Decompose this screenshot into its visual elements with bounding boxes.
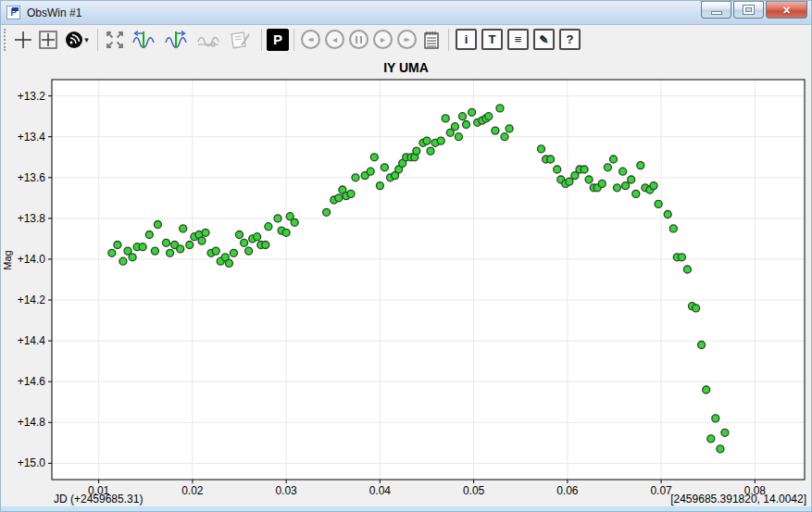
data-point [707,435,715,443]
data-point [376,182,383,190]
play-button[interactable]: ▸ [373,30,393,49]
close-button[interactable]: × [766,1,807,19]
wave-right-icon [163,29,189,51]
toolbar-separator [97,29,98,51]
data-point [468,108,476,116]
data-point [437,137,444,144]
app-window: P ObsWin #1 × ▾ [0,0,812,512]
dropdown-caret-icon: ▾ [84,35,89,44]
data-point [650,182,657,190]
data-point [335,194,343,202]
toolbar-grip[interactable] [4,29,7,51]
period-analysis-button[interactable]: P [267,29,289,51]
info-icon: i [465,32,468,46]
light-curve-plot[interactable]: 0.010.020.030.040.050.060.070.08+13.2+13… [1,54,811,508]
y-tick-label: +13.8 [18,212,46,225]
prev-cycle-button[interactable] [128,28,159,52]
window-title: ObsWin #1 [27,6,701,19]
list-button[interactable]: ≡ [507,29,529,50]
window-bottom-border [1,506,811,511]
data-point [712,415,719,422]
chart-title: IY UMA [1,60,811,75]
data-point [381,164,388,171]
step-back-icon: ◂ [332,35,337,44]
data-point [598,180,606,187]
data-point [254,233,261,241]
data-point [274,215,281,222]
maximize-button[interactable] [733,1,764,19]
close-icon: × [782,4,790,17]
data-point [693,305,700,312]
data-point [139,244,146,251]
data-point [619,168,627,175]
data-point [698,342,706,349]
x-axis-label: JD (+2459685.31) [54,493,143,506]
toolbar-separator [448,29,449,51]
notes-icon [229,29,253,51]
maximize-icon [743,6,754,14]
log-button[interactable] [419,28,443,52]
step-back-button[interactable]: ◂ [325,30,344,49]
zoom-extents-button[interactable] [103,28,127,52]
data-point [459,113,467,120]
fit-curve-button[interactable] [193,28,224,52]
data-point [721,429,729,436]
text-label-button[interactable]: T [481,29,503,50]
info-button[interactable]: i [456,29,477,50]
minimize-button[interactable] [701,1,731,19]
data-point [655,200,662,207]
expand-arrows-icon [105,30,125,50]
add-crosshair-button[interactable] [36,28,60,52]
data-point [129,254,136,261]
x-tick-label: 0.06 [556,484,579,497]
broadcast-button[interactable]: ▾ [61,28,93,52]
data-point [236,231,244,239]
help-icon: ? [567,32,574,46]
wave-flat-icon [195,29,221,51]
data-point [347,190,355,197]
data-point [427,147,434,155]
app-icon: P [6,6,20,19]
data-point [291,219,298,226]
data-point [370,154,378,161]
notepad-icon [422,30,441,50]
data-point [496,105,504,112]
next-cycle-button[interactable] [160,28,192,52]
chart-area: 0.010.020.030.040.050.060.070.08+13.2+13… [1,54,811,508]
data-point [492,127,499,134]
data-point [163,239,170,246]
app-icon-bar [12,7,19,11]
data-point [683,266,691,273]
x-tick-label: 0.07 [650,484,672,497]
data-point [554,166,561,173]
data-point [282,229,290,236]
data-point [622,182,630,190]
fast-forward-icon: ▸▸ [404,36,407,44]
y-tick-label: +14.8 [18,416,46,429]
data-point [463,121,470,129]
annotate-button[interactable] [225,28,256,52]
pause-icon [356,36,362,44]
title-bar[interactable]: P ObsWin #1 × [1,1,811,25]
y-axis-label: Mag [2,246,15,274]
help-button[interactable]: ? [559,29,581,50]
data-point [604,164,611,171]
broadcast-icon [65,31,83,49]
rewind-button[interactable]: ◂◂ [301,30,320,49]
window-controls: × [701,1,807,19]
data-point [245,247,253,255]
pause-button[interactable] [349,30,369,49]
data-point [581,166,588,173]
fast-forward-button[interactable]: ▸▸ [397,30,417,49]
data-point [585,176,593,183]
crosshair-button[interactable] [11,28,35,52]
data-point [413,147,420,155]
y-tick-label: +14.0 [18,253,46,266]
data-point [703,386,710,393]
data-point [212,247,219,255]
data-point [323,208,331,216]
y-tick-label: +14.4 [18,334,46,347]
data-point [114,242,121,249]
boxed-plus-icon [38,30,58,50]
edit-button[interactable]: ✎ [533,29,555,50]
